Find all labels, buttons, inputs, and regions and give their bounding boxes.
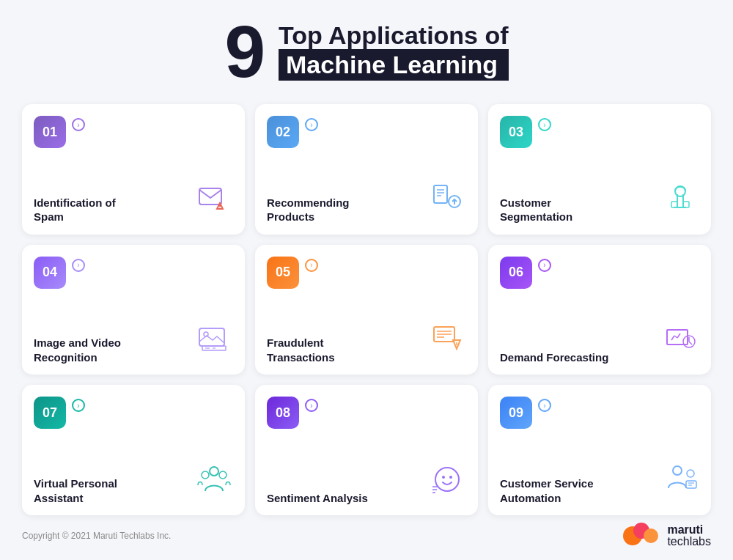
page: 9 Top Applications of Machine Learning 0… <box>0 0 733 560</box>
card-icon-08 <box>428 460 466 505</box>
card-02: 02 › Recommending Products <box>255 104 478 235</box>
chevron-04: › <box>72 259 85 272</box>
chevron-09: › <box>538 399 551 412</box>
card-content-04: Image and Video Recognition <box>34 295 233 365</box>
card-content-09: Customer Service Automation <box>500 435 699 505</box>
logo-maruti: maruti <box>667 524 711 536</box>
card-05: 05 › Fraudulent Transactions <box>255 245 478 375</box>
header: 9 Top Applications of Machine Learning <box>22 15 711 88</box>
logo-icon <box>623 523 661 549</box>
card-label-06: Demand Forecasting <box>500 350 608 365</box>
svg-rect-46 <box>686 481 696 488</box>
header-top-line: Top Applications of <box>279 22 509 49</box>
logo-techlabs: techlabs <box>667 536 711 548</box>
svg-rect-14 <box>671 202 677 207</box>
card-top-09: 09 › <box>500 397 699 429</box>
header-number: 9 <box>224 15 265 88</box>
badge-04: 04 <box>34 257 66 289</box>
card-content-02: Recommending Products <box>267 154 466 224</box>
badge-03: 03 <box>500 116 532 148</box>
card-label-08: Sentiment Analysis <box>267 491 368 506</box>
card-icon-02 <box>428 180 466 224</box>
card-09: 09 › Customer Service Automation <box>488 385 711 515</box>
svg-point-36 <box>219 471 226 479</box>
badge-05: 05 <box>267 257 299 289</box>
card-04: 04 › Image and Video Recognition <box>22 245 245 375</box>
card-icon-05 <box>428 320 466 364</box>
badge-06: 06 <box>500 257 532 289</box>
svg-line-34 <box>689 342 692 345</box>
svg-point-39 <box>442 476 445 479</box>
card-03: 03 › Customer Segmentation <box>488 104 711 235</box>
card-01: 01 › Identification of Spam <box>22 104 245 235</box>
card-top-03: 03 › <box>500 116 699 148</box>
svg-point-38 <box>435 468 459 491</box>
card-icon-06 <box>661 320 699 364</box>
badge-08: 08 <box>267 397 299 429</box>
svg-point-44 <box>673 466 682 475</box>
card-content-07: Virtual Personal Assistant <box>34 435 233 505</box>
badge-02: 02 <box>267 116 299 148</box>
card-top-08: 08 › <box>267 397 466 429</box>
svg-rect-4 <box>434 185 447 203</box>
card-content-06: Demand Forecasting <box>500 295 699 365</box>
header-bottom-line: Machine Learning <box>279 49 509 81</box>
footer: Copyright © 2021 Maruti Techlabs Inc. ma… <box>22 515 711 549</box>
card-icon-01 <box>195 180 233 224</box>
svg-point-27 <box>456 347 457 348</box>
card-top-01: 01 › <box>34 116 233 148</box>
card-content-08: Sentiment Analysis <box>267 435 466 505</box>
card-08: 08 › Sentiment Analysis <box>255 385 478 515</box>
chevron-05: › <box>305 259 318 272</box>
card-label-05: Fraudulent Transactions <box>267 336 377 364</box>
card-top-06: 06 › <box>500 257 699 289</box>
card-content-01: Identification of Spam <box>34 154 233 224</box>
card-icon-04 <box>195 320 233 364</box>
svg-point-37 <box>202 471 209 479</box>
logo-area: maruti techlabs <box>623 523 711 549</box>
chevron-01: › <box>72 118 85 131</box>
card-label-02: Recommending Products <box>267 196 377 224</box>
badge-09: 09 <box>500 397 532 429</box>
svg-line-29 <box>671 336 674 340</box>
svg-point-40 <box>449 476 452 479</box>
card-icon-09 <box>661 460 699 505</box>
card-label-09: Customer Service Automation <box>500 476 610 505</box>
svg-point-3 <box>219 207 221 209</box>
card-top-05: 05 › <box>267 257 466 289</box>
badge-01: 01 <box>34 116 66 148</box>
svg-rect-15 <box>683 202 689 207</box>
card-label-01: Identification of Spam <box>34 196 144 224</box>
card-label-04: Image and Video Recognition <box>34 336 144 364</box>
chevron-02: › <box>305 118 318 131</box>
logo-text: maruti techlabs <box>667 524 711 548</box>
card-icon-07 <box>195 460 233 505</box>
header-text: Top Applications of Machine Learning <box>279 22 509 81</box>
card-07: 07 › Virtual Personal Assistant <box>22 385 245 515</box>
card-top-07: 07 › <box>34 397 233 429</box>
card-label-03: Customer Segmentation <box>500 196 610 224</box>
cards-grid: 01 › Identification of Spam 02 › Recomme… <box>22 104 711 515</box>
svg-point-45 <box>687 470 694 477</box>
card-icon-03 <box>661 180 699 224</box>
card-content-03: Customer Segmentation <box>500 154 699 224</box>
card-content-05: Fraudulent Transactions <box>267 295 466 365</box>
chevron-03: › <box>538 118 551 131</box>
svg-point-35 <box>210 467 218 476</box>
card-label-07: Virtual Personal Assistant <box>34 476 144 505</box>
chevron-07: › <box>72 399 85 412</box>
card-top-04: 04 › <box>34 257 233 289</box>
card-top-02: 02 › <box>267 116 466 148</box>
chevron-08: › <box>305 399 318 412</box>
badge-07: 07 <box>34 397 66 429</box>
svg-rect-0 <box>199 188 221 205</box>
svg-line-31 <box>677 334 680 338</box>
card-06: 06 › Demand Forecasting <box>488 245 711 375</box>
logo-circle-light-orange <box>644 528 658 543</box>
chevron-06: › <box>538 259 551 272</box>
svg-rect-16 <box>199 328 224 346</box>
copyright-text: Copyright © 2021 Maruti Techlabs Inc. <box>22 531 171 541</box>
